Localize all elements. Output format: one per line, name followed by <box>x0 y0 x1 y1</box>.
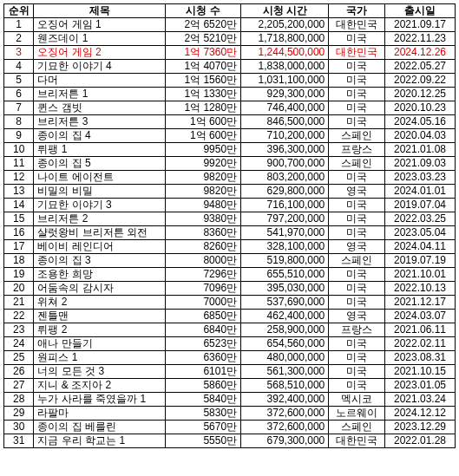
hours-cell: 258,900,000 <box>241 323 329 337</box>
table-row: 11종이의 집 59920만900,700,000스페인2021.09.03 <box>4 157 456 171</box>
table-row: 5다머1억 1560만1,031,100,000미국2022.09.22 <box>4 74 456 88</box>
title-cell: 나이트 에이전트 <box>34 171 166 185</box>
views-cell: 9920만 <box>166 157 241 171</box>
header-title: 제목 <box>34 4 166 18</box>
header-views: 시청 수 <box>166 4 241 18</box>
date-cell: 2020.10.23 <box>385 101 456 115</box>
date-cell: 2021.09.17 <box>385 18 456 32</box>
hours-cell: 1,718,800,000 <box>241 32 329 46</box>
rank-cell: 11 <box>4 157 34 171</box>
rank-cell: 14 <box>4 199 34 212</box>
country-cell: 미국 <box>329 115 385 129</box>
title-cell: 종이의 집 베를린 <box>34 421 166 434</box>
views-cell: 6101만 <box>166 365 241 379</box>
table-row: 18종이의 집 38000만519,800,000스페인2019.07.19 <box>4 254 456 268</box>
date-cell: 2022.01.28 <box>385 434 456 448</box>
rank-cell: 15 <box>4 212 34 226</box>
views-cell: 6850만 <box>166 310 241 323</box>
ranking-table-container: 순위 제목 시청 수 시청 시간 국가 출시일 1오징어 게임 12억 6520… <box>0 0 459 452</box>
views-cell: 6360만 <box>166 351 241 365</box>
hours-cell: 1,838,000,000 <box>241 60 329 74</box>
table-row: 13비밀의 비밀9820만629,800,000영국2024.01.01 <box>4 185 456 199</box>
views-cell: 7296만 <box>166 268 241 282</box>
views-cell: 7096만 <box>166 282 241 296</box>
title-cell: 오징어 게임 1 <box>34 18 166 32</box>
table-row: 30종이의 집 베를린5670만372,600,000스페인2023.12.29 <box>4 421 456 434</box>
hours-cell: 900,700,000 <box>241 157 329 171</box>
table-row: 21위쳐 27000만537,690,000미국2021.12.17 <box>4 296 456 310</box>
country-cell: 미국 <box>329 282 385 296</box>
date-cell: 2023.12.29 <box>385 421 456 434</box>
rank-cell: 9 <box>4 129 34 143</box>
rank-cell: 31 <box>4 434 34 448</box>
rank-cell: 27 <box>4 379 34 393</box>
views-cell: 5840만 <box>166 393 241 407</box>
title-cell: 브리저튼 2 <box>34 212 166 226</box>
views-cell: 9950만 <box>166 143 241 157</box>
date-cell: 2020.04.03 <box>385 129 456 143</box>
date-cell: 2022.09.22 <box>385 74 456 88</box>
hours-cell: 328,100,000 <box>241 240 329 254</box>
rank-cell: 16 <box>4 226 34 240</box>
country-cell: 미국 <box>329 212 385 226</box>
views-cell: 7000만 <box>166 296 241 310</box>
country-cell: 미국 <box>329 379 385 393</box>
rank-cell: 3 <box>4 46 34 60</box>
date-cell: 2024.03.07 <box>385 310 456 323</box>
rank-cell: 24 <box>4 337 34 351</box>
hours-cell: 846,500,000 <box>241 115 329 129</box>
date-cell: 2019.07.04 <box>385 199 456 212</box>
country-cell: 멕시코 <box>329 393 385 407</box>
header-country: 국가 <box>329 4 385 18</box>
table-row: 31지금 우리 학교는 15550만679,300,000대한민국2022.01… <box>4 434 456 448</box>
views-cell: 1억 600만 <box>166 115 241 129</box>
views-cell: 8000만 <box>166 254 241 268</box>
table-row: 7퀸스 갬빗1억 1280만746,400,000미국2020.10.23 <box>4 101 456 115</box>
country-cell: 미국 <box>329 32 385 46</box>
title-cell: 지니 & 조지아 2 <box>34 379 166 393</box>
table-row: 28누가 사라를 죽였을까 15840만392,400,000멕시코2021.0… <box>4 393 456 407</box>
country-cell: 영국 <box>329 310 385 323</box>
table-row: 2웬즈데이 12억 5210만1,718,800,000미국2022.11.23 <box>4 32 456 46</box>
views-cell: 2억 5210만 <box>166 32 241 46</box>
date-cell: 2022.05.27 <box>385 60 456 74</box>
country-cell: 스페인 <box>329 157 385 171</box>
views-cell: 5830만 <box>166 407 241 421</box>
views-cell: 5550만 <box>166 434 241 448</box>
table-row: 12나이트 에이전트9820만803,200,000미국2023.03.23 <box>4 171 456 185</box>
rank-cell: 2 <box>4 32 34 46</box>
rank-cell: 18 <box>4 254 34 268</box>
views-cell: 1억 1280만 <box>166 101 241 115</box>
country-cell: 미국 <box>329 268 385 282</box>
country-cell: 영국 <box>329 185 385 199</box>
rank-cell: 17 <box>4 240 34 254</box>
date-cell: 2021.10.15 <box>385 365 456 379</box>
title-cell: 기묘한 이야기 3 <box>34 199 166 212</box>
views-cell: 1억 4070만 <box>166 60 241 74</box>
header-rank: 순위 <box>4 4 34 18</box>
title-cell: 종이의 집 3 <box>34 254 166 268</box>
table-row: 4기묘한 이야기 41억 4070만1,838,000,000미국2022.05… <box>4 60 456 74</box>
views-cell: 9820만 <box>166 185 241 199</box>
title-cell: 젠틀맨 <box>34 310 166 323</box>
country-cell: 프랑스 <box>329 143 385 157</box>
views-cell: 1억 1560만 <box>166 74 241 88</box>
country-cell: 미국 <box>329 351 385 365</box>
title-cell: 원피스 1 <box>34 351 166 365</box>
hours-cell: 629,800,000 <box>241 185 329 199</box>
rank-cell: 6 <box>4 88 34 101</box>
views-cell: 6840만 <box>166 323 241 337</box>
title-cell: 웬즈데이 1 <box>34 32 166 46</box>
rank-cell: 28 <box>4 393 34 407</box>
title-cell: 종이의 집 5 <box>34 157 166 171</box>
date-cell: 2021.12.17 <box>385 296 456 310</box>
hours-cell: 2,205,200,000 <box>241 18 329 32</box>
country-cell: 미국 <box>329 88 385 101</box>
title-cell: 어둠속의 감시자 <box>34 282 166 296</box>
hours-cell: 395,030,000 <box>241 282 329 296</box>
views-cell: 8260만 <box>166 240 241 254</box>
table-row: 24애나 만들기6523만654,560,000미국2022.02.11 <box>4 337 456 351</box>
date-cell: 2024.12.26 <box>385 46 456 60</box>
hours-cell: 679,300,000 <box>241 434 329 448</box>
views-cell: 5860만 <box>166 379 241 393</box>
